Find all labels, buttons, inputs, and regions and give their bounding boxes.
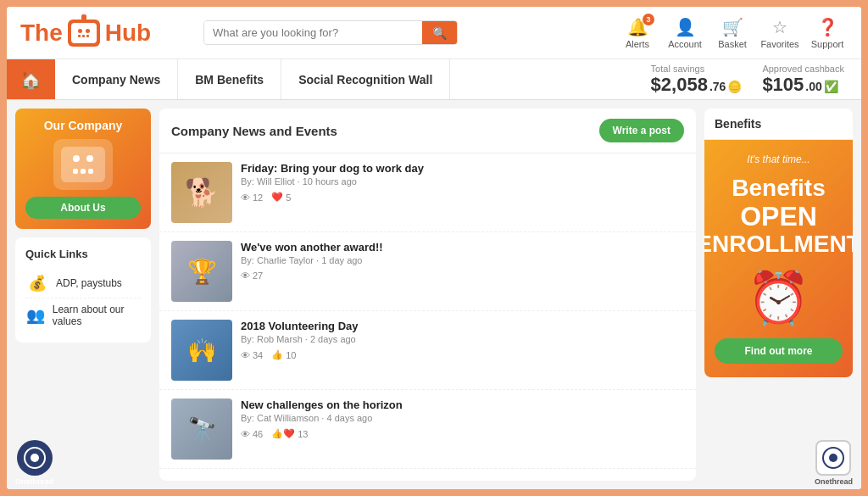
favorites-label: Favorites (760, 39, 798, 49)
news-item-horizon[interactable]: 🔭 New challenges on the horizon By: Cat … (159, 390, 696, 469)
logo-hub: Hub (105, 20, 151, 47)
cashback-cents: .00 (805, 80, 821, 93)
onethread-box-right (815, 440, 851, 476)
search-input[interactable] (204, 21, 422, 44)
onethread-circle-left (17, 440, 53, 476)
total-savings-stat: Total savings $2,058 .76 🪙 (651, 64, 743, 96)
account-button[interactable]: 👤 Account (665, 17, 705, 49)
alerts-button[interactable]: 🔔 3 Alerts (617, 17, 658, 49)
basket-button[interactable]: 🛒 Basket (712, 17, 753, 49)
news-thumb-horizon: 🔭 (171, 398, 232, 460)
quick-links-card: Quick Links 💰 ADP, paystubs 👥 Learn abou… (15, 237, 151, 343)
write-post-button[interactable]: Write a post (599, 119, 684, 142)
news-meta: 👁 12 ❤️ 5 (241, 192, 684, 203)
view-count: 👁 27 (241, 270, 263, 281)
favorites-button[interactable]: ☆ Favorites (760, 17, 800, 49)
logo-robot-icon (68, 20, 100, 47)
values-label: Learn about our values (53, 304, 141, 327)
news-panel: Company News and Events Write a post 🐕 F… (159, 109, 696, 481)
benefits-header: Benefits (704, 109, 853, 140)
quick-link-adp[interactable]: 💰 ADP, paystubs (25, 269, 141, 298)
onethread-label-right: Onethread (815, 477, 853, 486)
news-content-volunteering: 2018 Volunteering Day By: Rob Marsh · 2 … (241, 320, 684, 381)
onethread-icon-right (821, 446, 845, 470)
heart-icon: ❤️ (271, 192, 283, 203)
news-panel-header: Company News and Events Write a post (159, 109, 696, 153)
news-content-award: We've won another award!! By: Charlie Ta… (241, 241, 684, 302)
search-bar[interactable]: 🔍 (203, 20, 458, 45)
benefits-tagline: It's that time... (747, 153, 810, 165)
view-count: 👁 46 (241, 429, 263, 439)
onethread-label-left: Onethread (15, 477, 53, 486)
total-savings-cents: .76 (709, 80, 726, 93)
onethread-logo-right: Onethread (815, 440, 853, 486)
news-item-title: New challenges on the horizon (241, 398, 684, 411)
news-meta: 👁 27 (241, 270, 684, 281)
nav-bm-benefits[interactable]: BM Benefits (178, 59, 281, 99)
news-item-title: 2018 Volunteering Day (241, 320, 684, 332)
adp-icon: 💰 (25, 274, 49, 293)
news-item-author: By: Charlie Taylor · 1 day ago (241, 255, 684, 265)
news-item-title: Friday: Bring your dog to work day (241, 162, 684, 175)
svg-point-1 (31, 454, 39, 462)
news-content-dog-day: Friday: Bring your dog to work day By: W… (241, 162, 684, 223)
nav: 🏠 Company News BM Benefits Social Recogn… (7, 59, 861, 100)
left-column: Our Company About Us (15, 109, 151, 481)
benefits-banner: It's that time... Benefits OPEN ENROLLME… (704, 140, 853, 377)
news-thumb-dog: 🐕 (171, 162, 232, 223)
nav-stats: Total savings $2,058 .76 🪙 Approved cash… (634, 59, 861, 99)
nav-social-recognition[interactable]: Social Recognition Wall (281, 59, 450, 99)
check-icon: ✅ (824, 80, 838, 93)
right-column: Benefits It's that time... Benefits OPEN… (704, 109, 853, 481)
thumbs-heart-icon: 👍❤️ (271, 428, 295, 439)
quick-links-title: Quick Links (25, 248, 141, 260)
like-count: ❤️ 5 (271, 192, 291, 203)
news-meta: 👁 46 👍❤️ 13 (241, 428, 684, 439)
our-company-card: Our Company About Us (15, 109, 151, 229)
benefits-big-text: Benefits OPEN ENROLLMENT (704, 176, 853, 258)
support-button[interactable]: ❓ Support (807, 17, 848, 49)
quick-link-values[interactable]: 👥 Learn about our values (25, 298, 141, 332)
eye-icon: 👁 (241, 192, 250, 203)
total-savings-value: $2,058 (651, 74, 708, 96)
news-item-author: By: Rob Marsh · 2 days ago (241, 334, 684, 344)
basket-label: Basket (718, 39, 747, 49)
our-company-title: Our Company (44, 119, 123, 132)
adp-label: ADP, paystubs (56, 277, 122, 289)
thumbs-up-icon: 👍 (271, 349, 283, 360)
company-robot-graphic (53, 139, 113, 190)
basket-icon: 🛒 (722, 17, 743, 37)
about-us-button[interactable]: About Us (25, 197, 141, 219)
benefits-card: Benefits It's that time... Benefits OPEN… (704, 109, 853, 377)
news-list: 🐕 Friday: Bring your dog to work day By:… (159, 153, 696, 481)
support-label: Support (811, 39, 844, 49)
like-count: 👍❤️ 13 (271, 428, 308, 439)
news-item-author: By: Cat Williamson · 4 days ago (241, 413, 684, 423)
star-icon: ☆ (772, 17, 787, 37)
alerts-label: Alerts (626, 39, 649, 49)
cashback-label: Approved cashback (762, 64, 844, 74)
coin-icon: 🪙 (727, 80, 742, 93)
robot-eye-right (86, 29, 90, 33)
news-item-volunteering[interactable]: 🙌 2018 Volunteering Day By: Rob Marsh · … (159, 311, 696, 390)
approved-cashback-stat: Approved cashback $105 .00 ✅ (762, 64, 844, 96)
home-icon: 🏠 (20, 70, 42, 90)
nav-home-button[interactable]: 🏠 (7, 59, 55, 99)
onethread-logo-left: Onethread (15, 440, 53, 486)
news-item-dog-day[interactable]: 🐕 Friday: Bring your dog to work day By:… (159, 153, 696, 232)
search-button[interactable]: 🔍 (422, 21, 457, 44)
news-panel-title: Company News and Events (171, 124, 337, 138)
find-out-more-button[interactable]: Find out more (715, 338, 843, 364)
nav-company-news[interactable]: Company News (55, 59, 178, 99)
app-logo: The Hub (20, 20, 190, 47)
news-meta: 👁 34 👍 10 (241, 349, 684, 360)
header: The Hub 🔍 (7, 7, 861, 59)
like-count: 👍 10 (271, 349, 296, 360)
account-label: Account (668, 39, 702, 49)
header-actions: 🔔 3 Alerts 👤 Account 🛒 Basket ☆ Favorite… (617, 17, 848, 49)
robot-eye-left (78, 29, 82, 33)
question-icon: ❓ (817, 17, 838, 37)
account-icon: 👤 (675, 17, 696, 37)
news-item-award[interactable]: 🏆 We've won another award!! By: Charlie … (159, 232, 696, 311)
alerts-badge: 3 (643, 14, 654, 25)
